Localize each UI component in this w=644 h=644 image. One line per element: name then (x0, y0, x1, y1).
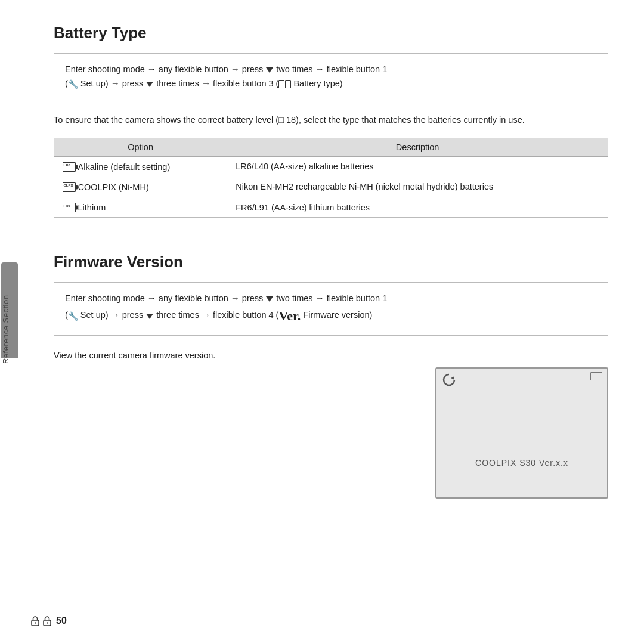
table-row: LR6 Alkaline (default setting) LR6/L40 (… (54, 156, 608, 177)
camera-replay-icon (441, 372, 457, 388)
table-cell-desc: LR6/L40 (AA-size) alkaline batteries (227, 156, 608, 177)
alkaline-icon: LR6 (63, 162, 76, 172)
table-cell-option: CLPX COOLPIX (Ni-MH) (54, 177, 227, 197)
firmware-version-heading: Firmware Version (54, 253, 608, 271)
camera-corner-icon (590, 372, 602, 380)
battery-type-heading: Battery Type (54, 24, 608, 42)
dual-battery-icon (278, 80, 291, 88)
setup-icon: 🔧 (68, 78, 78, 91)
camera-screen-wrapper: COOLPIX S30 Ver.x.x (435, 367, 608, 499)
table-row: FR6 Lithium FR6/L91 (AA-size) lithium ba… (54, 197, 608, 218)
lithium-option: FR6 Lithium (63, 203, 106, 212)
table-cell-desc: FR6/L91 (AA-size) lithium batteries (227, 197, 608, 218)
ver-text: Ver. (278, 308, 301, 323)
page-number-area: 50 (30, 615, 67, 626)
table-row: CLPX COOLPIX (Ni-MH) Nikon EN-MH2 rechar… (54, 177, 608, 197)
firmware-instruction-line2: (🔧 Set up) → press three times → flexibl… (65, 305, 597, 326)
svg-point-2 (35, 622, 36, 623)
camera-top-bar (436, 369, 607, 388)
battery-instruction-line1: Enter shooting mode → any flexible butto… (65, 62, 597, 76)
table-cell-desc: Nikon EN-MH2 rechargeable Ni-MH (nickel … (227, 177, 608, 197)
lock-icon (30, 615, 52, 626)
coolpix-icon: CLPX (63, 182, 76, 192)
section-divider (54, 236, 608, 236)
battery-options-table: Option Description LR6 Alkaline (default… (54, 138, 608, 218)
lock-svg (30, 615, 41, 626)
table-cell-option: FR6 Lithium (54, 197, 227, 218)
battery-type-instruction-box: Enter shooting mode → any flexible butto… (54, 53, 608, 100)
svg-point-4 (47, 622, 48, 623)
coolpix-option: CLPX COOLPIX (Ni-MH) (63, 182, 149, 192)
table-col-option: Option (54, 138, 227, 156)
alkaline-option: LR6 Alkaline (default setting) (63, 162, 171, 172)
table-col-description: Description (227, 138, 608, 156)
firmware-description-area: View the current camera firmware version… (54, 349, 608, 486)
reference-section-label: Reference Section (1, 256, 10, 364)
lithium-icon: FR6 (63, 203, 76, 212)
table-cell-option: LR6 Alkaline (default setting) (54, 156, 227, 177)
lock-svg-2 (42, 615, 52, 626)
camera-display-text: COOLPIX S30 Ver.x.x (436, 458, 607, 467)
firmware-instruction-box: Enter shooting mode → any flexible butto… (54, 282, 608, 335)
svg-marker-0 (451, 376, 454, 380)
battery-instruction-line2: (🔧 Set up) → press three times → flexibl… (65, 76, 597, 91)
page-number: 50 (56, 615, 67, 626)
battery-description: To ensure that the camera shows the corr… (54, 113, 608, 127)
camera-screen: COOLPIX S30 Ver.x.x (435, 367, 608, 499)
setup-icon-fw: 🔧 (68, 309, 78, 323)
firmware-instruction-line1: Enter shooting mode → any flexible butto… (65, 291, 597, 305)
firmware-description: View the current camera firmware version… (54, 349, 608, 363)
main-content: Battery Type Enter shooting mode → any f… (30, 0, 644, 644)
